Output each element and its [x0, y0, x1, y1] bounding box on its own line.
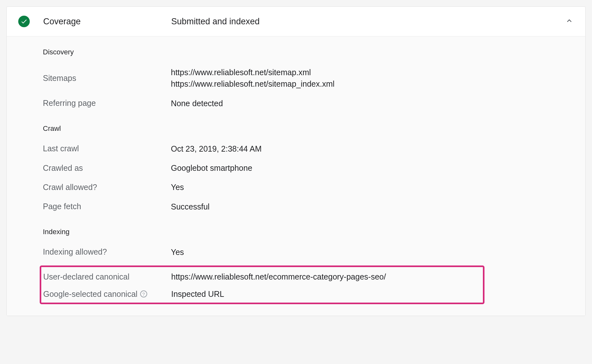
sitemaps-row: Sitemaps https://www.reliablesoft.net/si…	[43, 67, 574, 90]
indexing-title: Indexing	[43, 228, 574, 236]
crawl-title: Crawl	[43, 124, 574, 133]
referring-row: Referring page None detected	[43, 98, 574, 109]
indexing-allowed-label: Indexing allowed?	[43, 246, 171, 258]
sitemaps-label: Sitemaps	[43, 67, 171, 90]
crawl-allowed-value: Yes	[171, 181, 574, 193]
chevron-up-icon[interactable]	[565, 16, 574, 27]
page-fetch-value: Successful	[171, 201, 574, 212]
referring-value: None detected	[171, 98, 574, 109]
user-canonical-label: User-declared canonical	[43, 271, 171, 282]
crawled-as-row: Crawled as Googlebot smartphone	[43, 162, 574, 174]
sitemap-url-1: https://www.reliablesoft.net/sitemap.xml	[171, 67, 574, 78]
last-crawl-value: Oct 23, 2019, 2:38:44 AM	[171, 143, 574, 154]
page-fetch-row: Page fetch Successful	[43, 201, 574, 212]
page-fetch-label: Page fetch	[43, 201, 171, 212]
google-canonical-value: Inspected URL	[171, 288, 481, 300]
indexing-allowed-value: Yes	[171, 246, 574, 258]
last-crawl-label: Last crawl	[43, 143, 171, 154]
crawled-as-label: Crawled as	[43, 162, 171, 174]
google-canonical-row: Google-selected canonical ? Inspected UR…	[43, 288, 481, 300]
discovery-title: Discovery	[43, 48, 574, 56]
user-canonical-row: User-declared canonical https://www.reli…	[43, 271, 481, 282]
coverage-header[interactable]: Coverage Submitted and indexed	[7, 7, 585, 36]
crawled-as-value: Googlebot smartphone	[171, 162, 574, 174]
google-canonical-label-text: Google-selected canonical	[43, 289, 138, 299]
check-circle-icon	[18, 16, 30, 27]
user-canonical-value: https://www.reliablesoft.net/ecommerce-c…	[171, 271, 481, 282]
canonical-highlight-box: User-declared canonical https://www.reli…	[40, 265, 484, 304]
indexing-allowed-row: Indexing allowed? Yes	[43, 246, 574, 258]
coverage-status: Submitted and indexed	[171, 17, 565, 27]
coverage-body: Discovery Sitemaps https://www.reliables…	[7, 36, 585, 316]
referring-label: Referring page	[43, 98, 171, 109]
sitemaps-value: https://www.reliablesoft.net/sitemap.xml…	[171, 67, 574, 90]
google-canonical-label: Google-selected canonical ?	[43, 288, 171, 300]
coverage-title: Coverage	[43, 17, 171, 27]
coverage-card: Coverage Submitted and indexed Discovery…	[6, 6, 586, 316]
crawl-allowed-row: Crawl allowed? Yes	[43, 181, 574, 193]
crawl-allowed-label: Crawl allowed?	[43, 181, 171, 193]
last-crawl-row: Last crawl Oct 23, 2019, 2:38:44 AM	[43, 143, 574, 154]
help-icon[interactable]: ?	[140, 290, 147, 297]
sitemap-url-2: https://www.reliablesoft.net/sitemap_ind…	[171, 78, 574, 90]
